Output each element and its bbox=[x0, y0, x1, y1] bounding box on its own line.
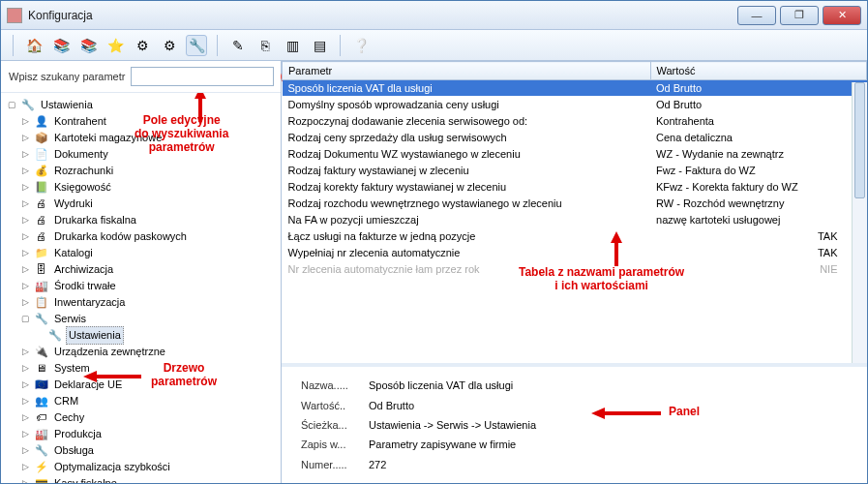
stack1-icon[interactable]: 📚 bbox=[50, 35, 72, 56]
toggler-icon[interactable]: ▷ bbox=[20, 459, 30, 475]
folder-icon: 🗄 bbox=[34, 262, 48, 277]
table-row[interactable]: Nr zlecenia automatycznie łam przez rokN… bbox=[283, 261, 867, 278]
toggler-icon[interactable]: ▷ bbox=[20, 344, 30, 360]
tree-item[interactable]: ▷🖥System bbox=[20, 360, 279, 377]
table-row[interactable]: Wypełniaj nr zlecenia automatycznieTAK bbox=[283, 245, 867, 261]
tree-root[interactable]: ▢ 🔧 Ustawienia bbox=[7, 97, 279, 113]
left-panel: Wpisz szukany parametr ⛔ Pole edycyjne d… bbox=[1, 61, 282, 483]
tree-item[interactable]: ▷📗Księgowość bbox=[20, 179, 279, 196]
home-icon[interactable]: 🏠 bbox=[23, 35, 45, 56]
table-row[interactable]: Rodzaj korekty faktury wystawianej w zle… bbox=[283, 179, 867, 196]
toggler-icon[interactable]: ▷ bbox=[20, 442, 30, 459]
tree-item-label: Kasy fiskalne bbox=[52, 475, 119, 483]
table-row[interactable]: Domyślny sposób wprowadzania ceny usługi… bbox=[283, 97, 867, 113]
tree-item-label: Kartoteki magazynowe bbox=[52, 130, 164, 146]
gear1-icon[interactable]: ⚙ bbox=[132, 35, 153, 56]
stack3-icon[interactable]: ▤ bbox=[309, 35, 330, 56]
tree-item[interactable]: ▷📋Inwentaryzacja bbox=[20, 294, 279, 311]
tree-item[interactable]: ▷📄Dokumenty bbox=[20, 146, 279, 163]
tree-item[interactable]: ▷💳Kasy fiskalne bbox=[20, 475, 279, 483]
star-icon[interactable]: ⭐ bbox=[105, 35, 126, 56]
toggler-icon[interactable]: ▷ bbox=[20, 360, 30, 377]
detail-key-value: Wartość.. bbox=[301, 400, 369, 411]
edit-icon[interactable]: ✎ bbox=[227, 35, 249, 56]
tree-item[interactable]: ▷🇪🇺Deklaracje UE bbox=[20, 377, 279, 393]
toggler-icon[interactable]: ▷ bbox=[20, 163, 30, 179]
gear2-icon[interactable]: ⚙ bbox=[159, 35, 180, 56]
tree-item[interactable]: ▷📦Kartoteki magazynowe bbox=[20, 130, 279, 146]
toggler-icon[interactable]: ▷ bbox=[20, 393, 30, 409]
toggler-icon[interactable]: ▷ bbox=[20, 409, 30, 426]
tree-item-label: Urządzenia zewnętrzne bbox=[52, 344, 167, 360]
cell-value: nazwę kartoteki usługowej bbox=[650, 212, 866, 228]
tree-serwis-ustawienia[interactable]: 🔧 Ustawienia bbox=[34, 327, 279, 344]
wrench-icon[interactable]: 🔧 bbox=[186, 35, 207, 56]
stack2-icon[interactable]: 📚 bbox=[77, 35, 99, 56]
table-scrollbar[interactable] bbox=[852, 82, 867, 363]
folder-icon: ⚡ bbox=[34, 460, 48, 474]
toggler-icon[interactable]: ▷ bbox=[20, 377, 30, 393]
tree-item[interactable]: ▷👥CRM bbox=[20, 393, 279, 409]
tree-item[interactable]: ▷🗄Archiwizacja bbox=[20, 261, 279, 278]
table-row[interactable]: Na FA w pozycji umieszczajnazwę kartotek… bbox=[283, 212, 867, 228]
toggler-icon[interactable]: ▷ bbox=[20, 261, 30, 278]
tree-item[interactable]: ▷🖨Drukarka fiskalna bbox=[20, 212, 279, 228]
cell-param: Rozpoczynaj dodawanie zlecenia serwisowe… bbox=[283, 113, 651, 130]
table-row[interactable]: Rozpoczynaj dodawanie zlecenia serwisowe… bbox=[283, 113, 867, 130]
search-label: Wpisz szukany parametr bbox=[9, 71, 125, 82]
toggler-icon[interactable]: ▷ bbox=[20, 475, 30, 483]
tree-item[interactable]: ▷🔌Urządzenia zewnętrzne bbox=[20, 344, 279, 360]
tree-item[interactable]: ▷🖨Drukarka kodów paskowych bbox=[20, 228, 279, 245]
search-input[interactable] bbox=[131, 67, 274, 86]
tree-serwis-label: Serwis bbox=[52, 311, 88, 327]
toggler-icon[interactable]: ▷ bbox=[20, 130, 30, 146]
toggler-icon[interactable]: ▷ bbox=[20, 146, 30, 163]
detail-val-name: Sposób liczenia VAT dla usługi bbox=[369, 379, 848, 391]
toggler-icon[interactable]: ▢ bbox=[7, 97, 16, 113]
folder-icon: 🖨 bbox=[34, 197, 48, 211]
tree-item[interactable]: ▷👤Kontrahent bbox=[20, 113, 279, 130]
toggler-icon[interactable]: ▷ bbox=[20, 179, 30, 196]
arrow-up-icon bbox=[193, 93, 208, 122]
table-row[interactable]: Sposób liczenia VAT dla usługiOd Brutto bbox=[283, 80, 867, 97]
table-row[interactable]: Rodzaj faktury wystawianej w zleceniuFwz… bbox=[283, 163, 867, 179]
toggler-icon[interactable]: ▢ bbox=[20, 311, 30, 327]
cell-value: RW - Rozchód wewnętrzny bbox=[650, 196, 866, 212]
tree-item[interactable]: ▷📁Katalogi bbox=[20, 245, 279, 261]
toggler-icon[interactable]: ▷ bbox=[20, 294, 30, 311]
toggler-icon[interactable]: ▷ bbox=[20, 278, 30, 294]
tree-item[interactable]: ▷💰Rozrachunki bbox=[20, 163, 279, 179]
search-row: Wpisz szukany parametr ⛔ bbox=[1, 61, 281, 93]
toggler-icon[interactable]: ▷ bbox=[20, 228, 30, 245]
tree-item[interactable]: ▷🏭Środki trwałe bbox=[20, 278, 279, 294]
tree-item[interactable]: ▷⚡Optymalizacja szybkości bbox=[20, 459, 279, 475]
folder-icon: 🔌 bbox=[34, 345, 48, 359]
scrollbar-thumb[interactable] bbox=[854, 82, 865, 198]
table-row[interactable]: Rodzaj ceny sprzedaży dla usług serwisow… bbox=[283, 130, 867, 146]
maximize-button[interactable]: ❐ bbox=[780, 6, 819, 25]
table-row[interactable]: Rodzaj Dokumentu WZ wystawianego w zlece… bbox=[283, 146, 867, 163]
toggler-icon[interactable]: ▷ bbox=[20, 245, 30, 261]
toggler-icon[interactable]: ▷ bbox=[20, 113, 30, 130]
minimize-button[interactable]: — bbox=[737, 6, 776, 25]
folder-icon: 🏭 bbox=[34, 427, 48, 441]
folder-icon: 📁 bbox=[34, 246, 48, 260]
tree-item[interactable]: ▷🔧Obsługa bbox=[20, 442, 279, 459]
layers-icon[interactable]: ▥ bbox=[282, 35, 303, 56]
window-title: Konfiguracja bbox=[28, 9, 737, 22]
toggler-icon[interactable]: ▷ bbox=[20, 426, 30, 442]
tree-item[interactable]: ▷🏭Produkcja bbox=[20, 426, 279, 442]
copy-icon[interactable]: ⎘ bbox=[254, 35, 276, 56]
close-button[interactable]: ✕ bbox=[823, 6, 861, 25]
tree-item[interactable]: ▷🖨Wydruki bbox=[20, 196, 279, 212]
toggler-icon[interactable]: ▷ bbox=[20, 212, 30, 228]
col-parametr[interactable]: Parametr bbox=[283, 62, 651, 80]
table-row[interactable]: Łącz usługi na fakturze w jedną pozycjeT… bbox=[283, 228, 867, 245]
tree-serwis[interactable]: ▢ 🔧 Serwis bbox=[20, 311, 279, 327]
help-icon[interactable]: ❔ bbox=[350, 35, 372, 56]
toggler-icon[interactable]: ▷ bbox=[20, 196, 30, 212]
col-wartosc[interactable]: Wartość bbox=[650, 62, 866, 80]
table-row[interactable]: Rodzaj rozchodu wewnętrznego wystawianeg… bbox=[283, 196, 867, 212]
tree-item[interactable]: ▷🏷Cechy bbox=[20, 409, 279, 426]
folder-icon: 📋 bbox=[34, 295, 48, 310]
